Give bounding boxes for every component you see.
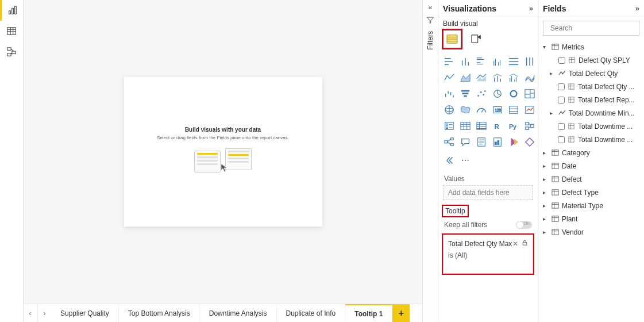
- clustered-column-icon[interactable]: [491, 55, 504, 68]
- table-metrics[interactable]: ▾Metrics: [541, 40, 642, 53]
- data-view-button[interactable]: [0, 21, 23, 41]
- get-more-visuals-icon[interactable]: [444, 154, 457, 167]
- hundred-stacked-bar-icon[interactable]: [507, 55, 520, 68]
- paginated-report-icon[interactable]: [491, 136, 504, 148]
- line-stacked-column-icon[interactable]: [491, 71, 504, 84]
- tab-tooltip-1[interactable]: Tooltip 1: [345, 304, 392, 322]
- model-view-button[interactable]: [0, 41, 23, 62]
- tooltip-filter-card[interactable]: Total Defect Qty Max ✕ is (All): [443, 235, 533, 274]
- more-visuals-ellipsis-icon[interactable]: ⋯: [461, 156, 469, 165]
- table-category[interactable]: ▸Category: [541, 146, 642, 159]
- fields-title: Fields: [543, 4, 566, 13]
- format-visual-tab[interactable]: [467, 30, 485, 48]
- svg-rect-114: [552, 44, 558, 49]
- field-total-defect-qty[interactable]: ▸Total Defect Qty: [541, 67, 642, 80]
- svg-rect-10: [7, 53, 11, 56]
- stacked-bar-icon[interactable]: [443, 55, 456, 68]
- collapse-fields-icon[interactable]: »: [635, 4, 639, 13]
- svg-line-67: [481, 109, 484, 112]
- table-icon[interactable]: [459, 120, 472, 132]
- table-plant[interactable]: ▸Plant: [541, 212, 642, 225]
- filled-map-icon[interactable]: [459, 103, 472, 116]
- keep-all-filters-toggle[interactable]: On: [516, 221, 532, 229]
- clustered-bar-icon[interactable]: [475, 55, 488, 68]
- remove-filter-icon[interactable]: ✕: [512, 240, 518, 248]
- report-page[interactable]: Build visuals with your data Select or d…: [124, 77, 322, 227]
- report-view-button[interactable]: [0, 0, 23, 21]
- tooltip-section-label[interactable]: Tooltip: [443, 206, 468, 216]
- card-icon[interactable]: 123: [491, 103, 504, 116]
- visualizations-title: Visualizations: [443, 4, 496, 13]
- filter-field-name: Total Defect Qty Max: [448, 240, 512, 248]
- svg-point-56: [483, 94, 484, 95]
- decomposition-tree-icon[interactable]: [443, 136, 456, 148]
- gauge-icon[interactable]: [475, 103, 488, 116]
- add-page-button[interactable]: +: [392, 304, 410, 322]
- placeholder-title: Build visuals with your data: [185, 126, 261, 133]
- field-total-defect-rep[interactable]: Total Defect Rep...: [541, 93, 642, 106]
- tab-downtime-analysis[interactable]: Downtime Analysis: [200, 304, 277, 322]
- treemap-icon[interactable]: [523, 87, 536, 100]
- canvas-area: Build visuals with your data Select or d…: [24, 0, 422, 322]
- svg-rect-97: [451, 138, 454, 140]
- hundred-stacked-column-icon[interactable]: [523, 55, 536, 68]
- tab-nav-next[interactable]: ›: [37, 304, 51, 322]
- build-visual-tab[interactable]: [443, 30, 461, 48]
- table-date[interactable]: ▸Date: [541, 159, 642, 172]
- matrix-icon[interactable]: [475, 120, 488, 132]
- table-defect-type[interactable]: ▸Defect Type: [541, 186, 642, 199]
- table-defect[interactable]: ▸Defect: [541, 172, 642, 186]
- stacked-area-icon[interactable]: [475, 71, 488, 84]
- line-clustered-column-icon[interactable]: [507, 71, 520, 84]
- key-influencers-icon[interactable]: [523, 120, 536, 132]
- tab-supplier-quality[interactable]: Supplier Quality: [51, 304, 119, 322]
- waterfall-icon[interactable]: [443, 87, 456, 100]
- power-automate-icon[interactable]: [523, 136, 536, 148]
- svg-point-59: [511, 91, 517, 97]
- lock-filter-icon[interactable]: [522, 240, 528, 248]
- qa-visual-icon[interactable]: [459, 136, 472, 148]
- kpi-icon[interactable]: [523, 103, 536, 116]
- ribbon-chart-icon[interactable]: [523, 71, 536, 84]
- svg-rect-3: [7, 28, 16, 35]
- field-total-downtime-min[interactable]: ▸Total Downtime Min...: [541, 106, 642, 120]
- area-chart-icon[interactable]: [459, 71, 472, 84]
- fields-search[interactable]: [543, 21, 639, 36]
- canvas-body[interactable]: Build visuals with your data Select or d…: [24, 0, 422, 304]
- svg-line-99: [447, 139, 450, 142]
- expand-filters-icon[interactable]: «: [429, 3, 433, 12]
- filters-label[interactable]: Filters: [426, 31, 434, 50]
- r-visual-icon[interactable]: R: [491, 120, 504, 132]
- pie-icon[interactable]: [491, 87, 504, 100]
- svg-rect-135: [552, 163, 558, 168]
- table-vendor[interactable]: ▸Vendor: [541, 225, 642, 239]
- stacked-column-icon[interactable]: [459, 55, 472, 68]
- svg-marker-38: [461, 74, 470, 82]
- table-material-type[interactable]: ▸Material Type: [541, 199, 642, 212]
- donut-icon[interactable]: [507, 87, 520, 100]
- values-field-well[interactable]: Add data fields here: [443, 185, 533, 200]
- map-icon[interactable]: [443, 103, 456, 116]
- fields-pane: Fields » ▾Metrics Defect Qty SPLY ▸Total…: [538, 0, 644, 322]
- field-total-defect-qty-child-0[interactable]: Total Defect Qty ...: [541, 80, 642, 93]
- tab-duplicate-of-info[interactable]: Duplicate of Info: [277, 304, 346, 322]
- svg-rect-106: [495, 142, 497, 145]
- svg-rect-126: [569, 124, 574, 129]
- field-total-downtime-child-1[interactable]: Total Downtime ...: [541, 133, 642, 146]
- fields-search-input[interactable]: [550, 24, 637, 32]
- field-total-downtime-child-0[interactable]: Total Downtime ...: [541, 120, 642, 133]
- funnel-icon[interactable]: [459, 87, 472, 100]
- tab-nav-prev[interactable]: ‹: [24, 304, 37, 322]
- field-defect-qty-sply[interactable]: Defect Qty SPLY: [541, 53, 642, 67]
- tab-top-bottom-analysis[interactable]: Top Bottom Analysis: [119, 304, 200, 322]
- svg-point-57: [484, 90, 486, 92]
- narrative-icon[interactable]: [475, 136, 488, 148]
- python-visual-icon[interactable]: Py: [507, 120, 520, 132]
- scatter-icon[interactable]: [475, 87, 488, 100]
- power-apps-icon[interactable]: [507, 136, 520, 148]
- collapse-visualizations-icon[interactable]: »: [529, 4, 533, 13]
- line-chart-icon[interactable]: [443, 71, 456, 84]
- keep-all-filters-row: Keep all filters On: [438, 216, 538, 232]
- slicer-icon[interactable]: [443, 120, 456, 132]
- multi-row-card-icon[interactable]: [507, 103, 520, 116]
